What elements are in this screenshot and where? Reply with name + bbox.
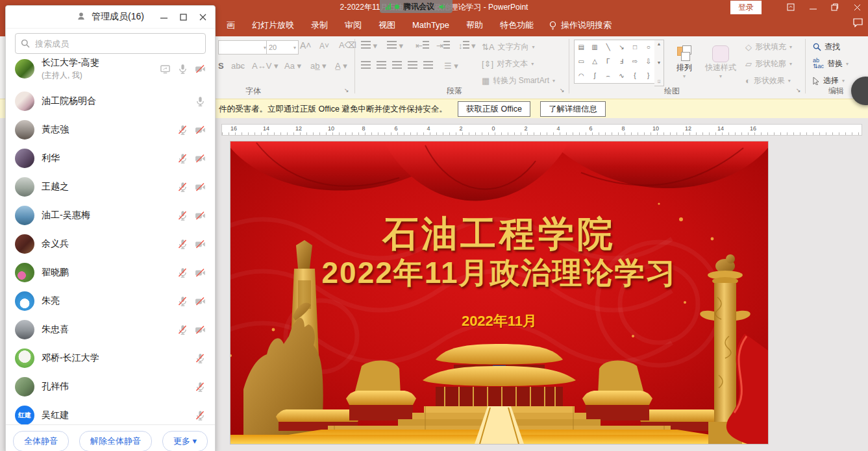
columns-button[interactable]: ☰ ▾ [444, 61, 458, 71]
align-center-button[interactable] [377, 61, 386, 71]
strikethrough-button[interactable]: S [218, 61, 224, 71]
font-group-label: 字体 [234, 86, 273, 97]
member-search-box[interactable] [15, 33, 206, 54]
member-row-host[interactable]: 长江大学-高斐 (主持人, 我) [6, 53, 215, 85]
camera-off-icon[interactable] [195, 182, 206, 193]
find-button[interactable]: 查找 [813, 39, 840, 55]
quick-styles-button[interactable]: 快速样式▾ [702, 39, 739, 93]
member-row[interactable]: 黃志強 [6, 116, 215, 144]
camera-off-icon[interactable] [195, 125, 206, 136]
close-button[interactable] [846, 0, 868, 14]
convert-smartart-button[interactable]: ▦转换为 SmartArt▾ [482, 73, 555, 88]
mic-muted-icon[interactable] [177, 125, 188, 136]
member-row[interactable]: 翟晓鹏 [6, 258, 215, 287]
decrease-indent-button[interactable]: ⇤ [415, 41, 429, 51]
camera-off-icon[interactable] [195, 239, 206, 250]
mute-all-button[interactable]: 全体静音 [13, 431, 69, 451]
panel-minimize-button[interactable] [154, 8, 173, 26]
member-row[interactable]: 余义兵 [6, 230, 215, 258]
member-row[interactable]: 王越之 [6, 173, 215, 201]
bullets-button[interactable]: ▾ [361, 41, 377, 51]
numbering-button[interactable]: ▾ [387, 41, 403, 51]
justify-button[interactable] [408, 61, 417, 71]
member-search-input[interactable] [34, 38, 200, 49]
panel-close-button[interactable] [193, 8, 212, 26]
grow-font-button[interactable]: A˄ [300, 40, 312, 51]
member-row[interactable]: 油工院杨明合 [6, 87, 215, 116]
font-name-combo[interactable]: ▾ [218, 40, 269, 55]
mic-muted-icon[interactable] [177, 153, 188, 164]
mic-on-icon[interactable] [177, 64, 188, 75]
learn-more-button[interactable]: 了解详细信息 [540, 101, 606, 117]
align-right-button[interactable] [392, 61, 402, 71]
member-row[interactable]: 朱忠喜 [6, 315, 215, 344]
tencent-meeting-floating-bar[interactable]: 腾讯会议 [380, 0, 453, 13]
shapes-gallery[interactable]: ▤▥╲↘□○ ▭△ΓℲ⇨⇩ ◠ʃ⌢∿{} [574, 40, 656, 84]
tab-mathtype[interactable]: MathType [404, 14, 458, 36]
slide-canvas[interactable]: 石油工程学院 2022年11月政治理论学习 2022年11月 [230, 141, 768, 444]
strikethrough2-button[interactable]: ab̶c [231, 61, 245, 71]
shape-effects-button[interactable]: ◐形状效果▾ [745, 73, 791, 88]
replace-button[interactable]: ab⇅ac 替换▾ [813, 56, 849, 71]
tab-view[interactable]: 视图 [370, 14, 404, 36]
member-row[interactable]: 朱亮 [6, 287, 215, 315]
tab-animation-partial[interactable]: 画 [218, 14, 243, 36]
mic-muted-icon[interactable] [195, 353, 206, 364]
unmute-all-button[interactable]: 解除全体静音 [79, 431, 152, 451]
increase-indent-button[interactable]: ⇥ [436, 41, 450, 51]
font-dialog-launcher[interactable]: ↘ [344, 87, 349, 93]
ribbon-display-options-button[interactable] [780, 0, 802, 14]
tab-help[interactable]: 帮助 [458, 14, 491, 36]
align-left-button[interactable] [361, 61, 371, 71]
camera-off-icon[interactable] [195, 64, 206, 75]
drawing-dialog-launcher[interactable]: ↘ [796, 87, 801, 93]
font-color-button[interactable]: A̲ ▾ [335, 61, 347, 71]
text-direction-button[interactable]: ⇅A文字方向▾ [482, 39, 535, 55]
mic-muted-icon[interactable] [195, 382, 206, 393]
camera-off-icon[interactable] [195, 153, 206, 164]
shapes-gallery-scroll[interactable]: ▲▼⍗ [654, 40, 664, 86]
highlight-color-button[interactable]: ab̲ ▾ [310, 61, 327, 71]
camera-off-icon[interactable] [195, 296, 206, 307]
shape-outline-button[interactable]: ▱形状轮廓▾ [745, 56, 792, 71]
restore-button[interactable] [824, 0, 846, 14]
mic-muted-icon[interactable] [195, 410, 206, 421]
member-row[interactable]: 利华 [6, 144, 215, 173]
character-spacing-button[interactable]: A↔V ▾ [252, 61, 278, 71]
tab-review[interactable]: 审阅 [336, 14, 370, 36]
tab-special-features[interactable]: 特色功能 [491, 14, 542, 36]
mic-muted-icon[interactable] [177, 296, 188, 307]
member-row[interactable]: 油工-吴惠梅 [6, 201, 215, 230]
sign-in-button[interactable]: 登录 [730, 1, 762, 14]
panel-maximize-button[interactable] [173, 8, 193, 26]
member-row[interactable]: 邓桥-长江大学 [6, 344, 215, 372]
font-size-combo[interactable]: 20▾ [266, 40, 299, 55]
change-case-button[interactable]: Aa ▾ [284, 61, 301, 71]
member-row[interactable]: 孔祥伟 [6, 372, 215, 401]
comments-icon[interactable] [853, 18, 863, 27]
clear-formatting-button[interactable]: A⌫ [339, 40, 356, 50]
tell-me-search[interactable]: 操作说明搜索 [542, 19, 618, 31]
tab-slideshow[interactable]: 幻灯片放映 [243, 14, 303, 36]
mic-muted-icon[interactable] [177, 267, 188, 278]
mic-muted-icon[interactable] [177, 239, 188, 250]
slide-title-line1: 石油工程学院 [230, 210, 768, 258]
mic-on-icon[interactable] [195, 96, 206, 107]
camera-off-icon[interactable] [195, 210, 206, 221]
mic-muted-icon[interactable] [177, 210, 188, 221]
tab-record[interactable]: 录制 [303, 14, 336, 36]
align-text-button[interactable]: [⇕]对齐文本▾ [482, 56, 534, 71]
mic-muted-icon[interactable] [177, 324, 188, 335]
distribute-button[interactable] [423, 61, 433, 71]
member-icon [77, 12, 86, 21]
shrink-font-button[interactable]: A˅ [319, 42, 329, 51]
line-spacing-button[interactable]: ↕ ▾ [458, 41, 476, 51]
more-button[interactable]: 更多 ▾ [162, 431, 208, 451]
mic-muted-icon[interactable] [177, 182, 188, 193]
minimize-button[interactable] [802, 0, 824, 14]
get-genuine-office-button[interactable]: 获取正版 Office [458, 101, 530, 117]
camera-off-icon[interactable] [195, 324, 206, 335]
paragraph-dialog-launcher[interactable]: ↘ [560, 87, 565, 93]
camera-off-icon[interactable] [195, 267, 206, 278]
shape-fill-button[interactable]: ◇形状填充▾ [745, 39, 792, 55]
